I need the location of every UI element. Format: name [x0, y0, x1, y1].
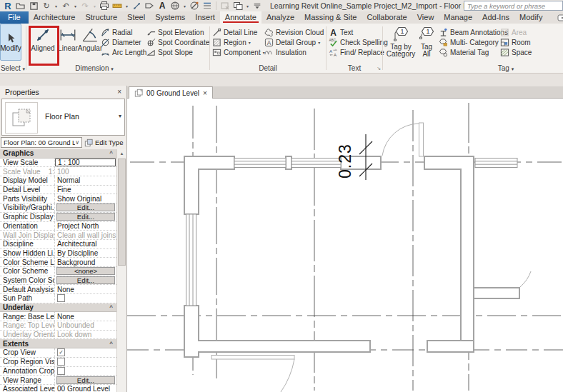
- thin-lines-icon[interactable]: [201, 1, 213, 11]
- text-button[interactable]: A Text: [329, 28, 353, 37]
- view-tab-close-icon[interactable]: ×: [203, 89, 207, 97]
- spot-coordinate-button[interactable]: Spot Coordinate: [146, 38, 209, 47]
- sync-icon[interactable]: ↻: [41, 1, 52, 11]
- property-value[interactable]: 100: [55, 168, 116, 176]
- section-icon[interactable]: [189, 1, 200, 11]
- material-tag-button[interactable]: Material Tag: [439, 48, 489, 57]
- drawing-area[interactable]: 0.23: [127, 99, 563, 392]
- save-icon[interactable]: [28, 1, 39, 11]
- section-collapse-icon[interactable]: ^: [109, 341, 113, 347]
- scrollbar-up-icon[interactable]: ▲: [117, 149, 126, 158]
- property-edit-button[interactable]: Edit...: [56, 276, 115, 284]
- property-edit-button[interactable]: <none>: [56, 267, 115, 275]
- aligned-dimension-icon[interactable]: [131, 1, 142, 11]
- switch-windows-dropdown-icon[interactable]: ▾: [245, 4, 250, 9]
- property-value[interactable]: By Discipline: [55, 249, 116, 257]
- select-panel-label[interactable]: Select ▾: [0, 64, 26, 72]
- tab-view[interactable]: View: [412, 11, 439, 24]
- undo-dropdown-icon[interactable]: ▾: [73, 4, 78, 9]
- property-value[interactable]: Background: [55, 258, 116, 266]
- property-value[interactable]: 1 : 100: [55, 159, 116, 166]
- property-value[interactable]: Look down: [55, 331, 116, 338]
- open-icon[interactable]: [15, 1, 26, 11]
- revit-logo[interactable]: R: [2, 1, 14, 11]
- region-button[interactable]: Region▾: [212, 38, 251, 47]
- type-selector-dropdown-icon[interactable]: ▾: [119, 113, 121, 119]
- tab-architecture[interactable]: Architecture: [29, 11, 81, 24]
- type-selector[interactable]: Floor Plan ▾: [1, 99, 125, 136]
- property-value[interactable]: Architectural: [55, 240, 116, 248]
- tag-all-button[interactable]: 1 TagAll: [417, 26, 437, 63]
- check-spelling-button[interactable]: ABC Check Spelling: [329, 38, 388, 47]
- property-edit-button[interactable]: Edit...: [56, 376, 115, 384]
- find-replace-button[interactable]: AA Find/ Replace: [329, 48, 384, 57]
- text-panel-launcher-icon[interactable]: ↘: [377, 66, 381, 71]
- detail-group-dropdown-icon[interactable]: ▾: [318, 40, 320, 45]
- room-tag-button[interactable]: Room: [500, 38, 531, 47]
- property-value[interactable]: Fine: [55, 186, 116, 194]
- tab-file[interactable]: File: [0, 11, 29, 24]
- detail-line-button[interactable]: Detail Line: [212, 28, 257, 37]
- detail-group-button[interactable]: A Detail Group▾: [264, 38, 320, 47]
- diameter-dimension-button[interactable]: Diameter: [101, 38, 141, 47]
- measure-icon[interactable]: [111, 1, 123, 11]
- space-tag-button[interactable]: Space: [500, 48, 532, 57]
- undo-icon[interactable]: ↶: [60, 1, 71, 11]
- instance-selector-combo[interactable]: Floor Plan: 00 Ground Lev ∨: [1, 137, 82, 148]
- tab-systems[interactable]: Systems: [150, 11, 190, 24]
- revision-cloud-button[interactable]: Revision Cloud: [264, 28, 324, 37]
- property-edit-button[interactable]: Edit...: [56, 203, 115, 211]
- scrollbar-thumb[interactable]: [118, 159, 126, 266]
- modify-button[interactable]: Modify: [0, 24, 21, 61]
- measure-dropdown-icon[interactable]: ▾: [124, 4, 129, 9]
- tab-massing-site[interactable]: Massing & Site: [299, 11, 362, 24]
- arc-length-dimension-button[interactable]: Arc Length: [101, 48, 146, 57]
- dimension-panel-label[interactable]: Dimension ▾: [26, 64, 162, 72]
- text-icon[interactable]: A: [156, 1, 168, 11]
- tag-panel-label[interactable]: Tag ▾: [483, 64, 529, 72]
- properties-close-icon[interactable]: ×: [117, 88, 121, 96]
- spot-elevation-button[interactable]: Spot Elevation: [146, 28, 204, 37]
- spot-slope-button[interactable]: Spot Slope: [146, 48, 193, 57]
- region-dropdown-icon[interactable]: ▾: [249, 40, 251, 45]
- property-edit-button[interactable]: Edit...: [56, 213, 115, 221]
- insulation-button[interactable]: Insulation: [264, 48, 307, 57]
- checkbox[interactable]: [57, 294, 65, 302]
- tab-structure[interactable]: Structure: [80, 11, 122, 24]
- tab-steel[interactable]: Steel: [122, 11, 150, 24]
- tab-insert[interactable]: Insert: [190, 11, 220, 24]
- property-value[interactable]: Show Original: [55, 195, 116, 203]
- search-input[interactable]: [464, 1, 563, 11]
- angular-dimension-button[interactable]: Angular: [79, 26, 101, 63]
- property-value[interactable]: Project North: [55, 222, 116, 230]
- section-collapse-icon[interactable]: ^: [109, 150, 113, 156]
- radial-dimension-button[interactable]: Radial: [101, 28, 132, 37]
- tag-by-category-button[interactable]: 1 Tag byCategory: [386, 26, 416, 63]
- 3d-view-icon[interactable]: [169, 1, 181, 11]
- property-value[interactable]: None: [55, 286, 116, 293]
- instance-selector-dropdown-icon[interactable]: ∨: [75, 139, 79, 146]
- tag-icon[interactable]: [144, 1, 155, 11]
- checkbox[interactable]: [57, 358, 65, 366]
- customize-qat-icon[interactable]: [251, 1, 263, 11]
- checkbox[interactable]: ✓: [57, 348, 65, 356]
- dimension-value[interactable]: 0.23: [336, 144, 354, 179]
- ribbon-minimize-toggle[interactable]: ▾: [557, 11, 563, 24]
- beam-annotations-button[interactable]: Beam Annotations: [439, 28, 508, 37]
- edit-type-button[interactable]: Edit Type: [84, 137, 125, 148]
- checkbox[interactable]: [57, 367, 65, 375]
- aligned-dimension-button[interactable]: Aligned: [30, 26, 56, 63]
- property-value[interactable]: Clean all wall joins: [55, 231, 116, 239]
- tab-collaborate[interactable]: Collaborate: [362, 11, 412, 24]
- property-value[interactable]: Unbounded: [55, 321, 116, 329]
- detail-panel-label[interactable]: Detail: [210, 64, 326, 72]
- text-panel-label[interactable]: Text: [327, 64, 382, 72]
- sync-dropdown-icon[interactable]: ▾: [54, 4, 59, 9]
- linear-dimension-button[interactable]: Linear: [58, 26, 78, 63]
- property-value[interactable]: None: [55, 313, 116, 321]
- tab-modify[interactable]: Modify: [514, 11, 547, 24]
- switch-windows-icon[interactable]: [232, 1, 244, 11]
- 3d-view-dropdown-icon[interactable]: ▾: [182, 4, 187, 9]
- multi-category-button[interactable]: Multi- Category: [439, 38, 499, 47]
- print-icon[interactable]: [99, 1, 110, 11]
